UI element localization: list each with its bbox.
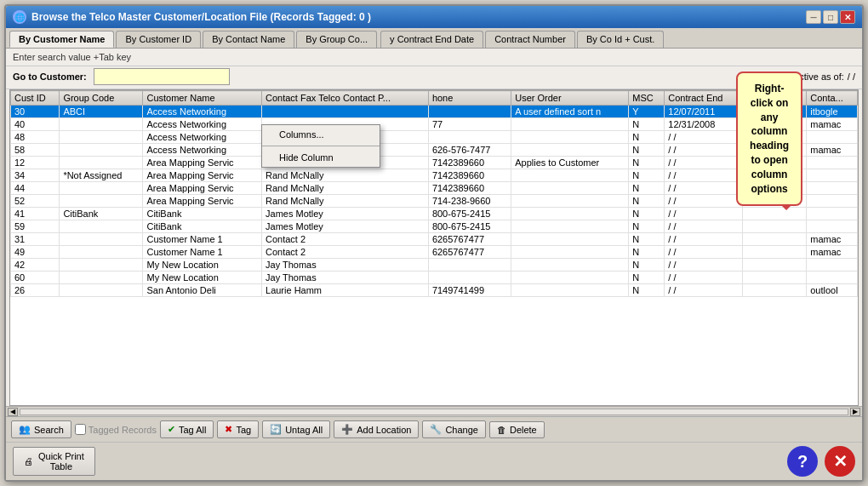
tab-by-customer-name[interactable]: By Customer Name [9, 31, 114, 48]
table-row[interactable]: 60My New LocationJay ThomasN/ / [11, 272, 858, 284]
col-header-phone[interactable]: hone [428, 91, 511, 106]
tag-icon: ✖ [225, 424, 232, 435]
add-location-button[interactable]: ➕ Add Location [334, 420, 419, 438]
context-menu-hide-column[interactable]: Hide Column [262, 148, 380, 167]
tab-contract-number[interactable]: Contract Number [485, 31, 575, 48]
delete-button[interactable]: 🗑 Delete [489, 421, 545, 438]
help-button[interactable]: ? [787, 446, 818, 477]
table-row[interactable]: 42My New LocationJay ThomasN/ / [11, 259, 858, 272]
col-header-contract-end[interactable]: Contract End [665, 91, 743, 106]
untag-all-label: Untag All [285, 425, 323, 435]
goto-label: Go to Customer: [13, 71, 87, 82]
table-row[interactable]: 26San Antonio DeliLaurie Hamm7149741499N… [11, 284, 858, 297]
delete-label: Delete [510, 425, 537, 435]
table-row[interactable]: 58Access NetworkingMelody Amador626-576-… [11, 144, 858, 157]
inactive-date: / / [848, 71, 855, 82]
context-menu-columns[interactable]: Columns... [262, 125, 380, 144]
action-bar: 👥 Search Tagged Records ✔ Tag All ✖ Tag … [6, 416, 862, 442]
tag-button[interactable]: ✖ Tag [217, 420, 259, 438]
col-header-contact2[interactable]: Conta... [807, 91, 858, 106]
change-icon: 🔧 [430, 424, 442, 435]
tag-all-label: Tag All [179, 425, 206, 435]
table-row[interactable]: 44Area Mapping ServicRand McNally7142389… [11, 182, 858, 195]
data-table-container: Cust ID Group Code Customer Name Contact… [9, 89, 859, 406]
untag-all-button[interactable]: 🔄 Untag All [262, 420, 330, 438]
table-row[interactable]: 49Customer Name 1Contact 26265767477N/ /… [11, 246, 858, 259]
table-row[interactable]: 34*Not AssignedArea Mapping ServicRand M… [11, 169, 858, 182]
change-button[interactable]: 🔧 Change [422, 420, 486, 438]
table-row[interactable]: 40Access Networking77N12/31/2008mamac [11, 118, 858, 131]
search-icon: 👥 [19, 424, 31, 435]
quick-print-button[interactable]: 🖨 Quick Print Table [13, 447, 95, 476]
tag-all-button[interactable]: ✔ Tag All [160, 420, 214, 438]
tag-all-icon: ✔ [168, 424, 175, 435]
tagged-records-checkbox[interactable] [75, 424, 86, 435]
context-menu: Columns... Hide Column [261, 124, 380, 168]
table-row[interactable]: 12Area Mapping ServicRand McNally7142389… [11, 157, 858, 169]
table-row[interactable]: 52Area Mapping ServicRand McNally714-238… [11, 195, 858, 208]
table-row[interactable]: 41CitiBankCitiBankJames Motley800-675-24… [11, 208, 858, 220]
tabs-bar: By Customer Name By Customer ID By Conta… [6, 28, 862, 49]
tab-by-group-co[interactable]: By Group Co... [296, 31, 377, 48]
print-icon: 🖨 [24, 456, 33, 466]
table-row[interactable]: 48Access NetworkingN/ / [11, 131, 858, 144]
tab-by-contact-name[interactable]: By Contact Name [203, 31, 294, 48]
search-button[interactable]: 👥 Search [11, 420, 71, 438]
search-hint-text: Enter search value +Tab key [13, 52, 131, 62]
scroll-track[interactable] [20, 409, 848, 415]
tag-label: Tag [236, 425, 251, 435]
context-menu-separator [262, 146, 380, 146]
add-location-icon: ➕ [341, 424, 353, 435]
col-header-cust-id[interactable]: Cust ID [11, 91, 60, 106]
col-header-user-order[interactable]: User Order [511, 91, 629, 106]
data-table: Cust ID Group Code Customer Name Contact… [10, 90, 858, 297]
col-header-group-code[interactable]: Group Code [60, 91, 143, 106]
scroll-right-arrow[interactable]: ▶ [850, 408, 860, 416]
footer-bar: 🖨 Quick Print Table ? ✕ [6, 442, 862, 480]
col-header-contact[interactable]: Contact Fax Telco Contact P... [262, 91, 429, 106]
tab-by-customer-id[interactable]: By Customer ID [116, 31, 201, 48]
tagged-records-label[interactable]: Tagged Records [75, 424, 157, 435]
goto-row: Go to Customer: InActive as of: / / [6, 66, 862, 89]
close-button[interactable]: ✕ [840, 10, 855, 24]
table-row[interactable]: 59CitiBankJames Motley800-675-2415N/ / [11, 220, 858, 233]
minimize-button[interactable]: ─ [806, 10, 821, 24]
table-row[interactable]: 31Customer Name 1Contact 26265767477N/ /… [11, 233, 858, 246]
app-icon: 🌐 [13, 10, 26, 24]
column-tooltip: Right-click on any column heading to ope… [736, 71, 802, 206]
tab-by-contract-end-date[interactable]: y Contract End Date [380, 31, 483, 48]
goto-input[interactable] [94, 68, 230, 85]
quick-print-label: Quick Print Table [38, 451, 84, 472]
change-label: Change [445, 425, 478, 435]
title-bar: 🌐 Browse the Telco Master Customer/Locat… [6, 6, 862, 28]
search-hint-bar: Enter search value +Tab key [6, 49, 862, 66]
table-row[interactable]: 30ABCIAccess NetworkingA user defined so… [11, 106, 858, 118]
exit-button[interactable]: ✕ [825, 446, 855, 477]
maximize-button[interactable]: □ [823, 10, 838, 24]
col-header-msc[interactable]: MSC [629, 91, 665, 106]
tab-by-co-id[interactable]: By Co Id + Cust. [577, 31, 664, 48]
search-button-label: Search [34, 425, 64, 435]
horizontal-scrollbar[interactable]: ◀ ▶ [6, 406, 862, 416]
add-location-label: Add Location [357, 425, 411, 435]
window-controls: ─ □ ✕ [806, 10, 855, 24]
delete-icon: 🗑 [497, 425, 506, 435]
footer-right-buttons: ? ✕ [787, 446, 855, 477]
col-header-customer-name[interactable]: Customer Name [143, 91, 262, 106]
untag-all-icon: 🔄 [270, 424, 282, 435]
window-title: Browse the Telco Master Customer/Locatio… [31, 11, 371, 23]
scroll-left-arrow[interactable]: ◀ [8, 408, 18, 416]
